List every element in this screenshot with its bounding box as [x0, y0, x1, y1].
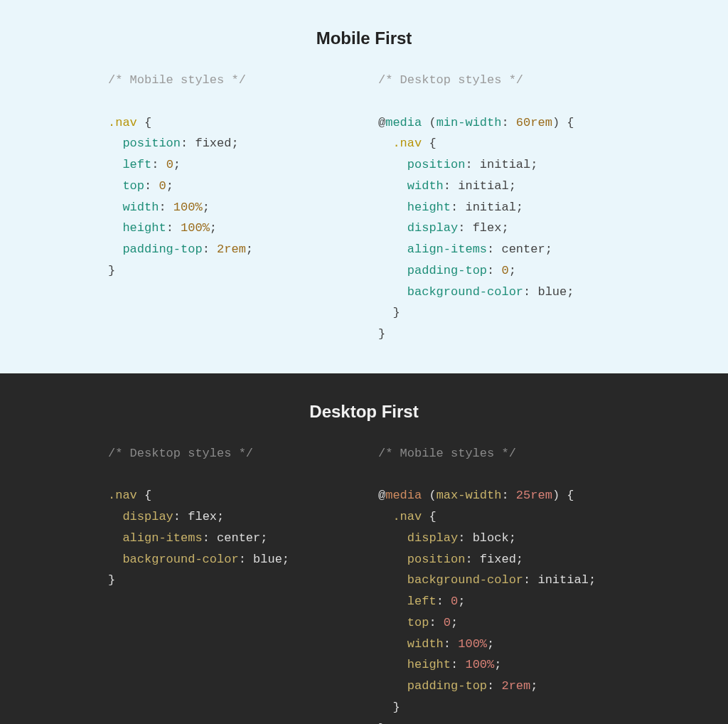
code-block: /* Desktop styles */ @media (min-width: …	[378, 70, 620, 345]
code-column: /* Mobile styles */ .nav { position: fix…	[108, 70, 350, 345]
code-column: /* Desktop styles */ @media (min-width: …	[378, 70, 620, 345]
section-title: Desktop First	[0, 402, 728, 422]
section-title: Mobile First	[0, 28, 728, 48]
code-columns: /* Mobile styles */ .nav { position: fix…	[0, 70, 728, 345]
code-block: /* Mobile styles */ .nav { position: fix…	[108, 70, 350, 282]
code-columns: /* Desktop styles */ .nav { display: fle…	[0, 443, 728, 724]
code-column: /* Mobile styles */ @media (max-width: 2…	[378, 443, 620, 724]
section-desktop-first: Desktop First/* Desktop styles */ .nav {…	[0, 373, 728, 724]
code-column: /* Desktop styles */ .nav { display: fle…	[108, 443, 350, 724]
code-block: /* Desktop styles */ .nav { display: fle…	[108, 443, 350, 591]
code-block: /* Mobile styles */ @media (max-width: 2…	[378, 443, 620, 724]
section-mobile-first: Mobile First/* Mobile styles */ .nav { p…	[0, 0, 728, 373]
